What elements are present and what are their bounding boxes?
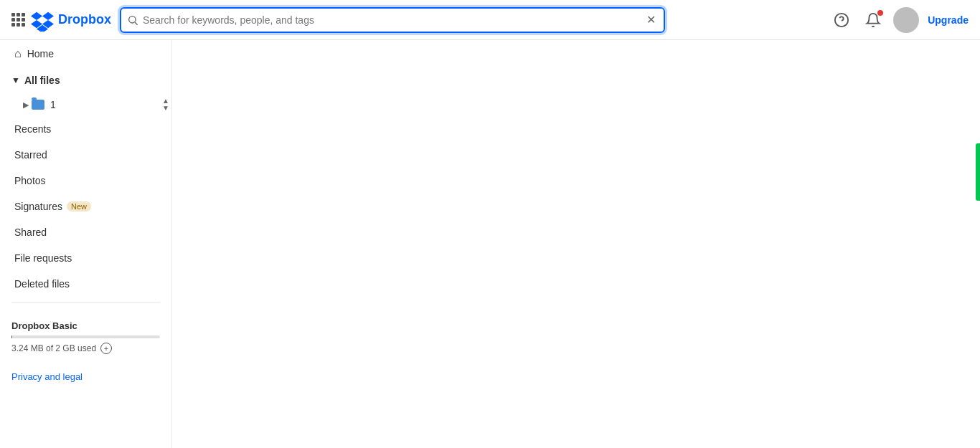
storage-bar — [11, 335, 160, 338]
sidebar-item-photos[interactable]: Photos — [3, 168, 169, 194]
sidebar-all-files-label: All files — [24, 75, 60, 86]
folder-scroll-buttons: ▲ ▼ — [160, 93, 171, 116]
chevron-down-icon: ▼ — [11, 75, 20, 85]
storage-section: Dropbox Basic 3.24 MB of 2 GB used + — [0, 309, 171, 366]
folder-scroll-container: ▶ 1 ▲ ▼ — [0, 93, 171, 116]
sidebar-item-recents[interactable]: Recents — [3, 116, 169, 142]
storage-plan-label: Dropbox Basic — [11, 320, 160, 331]
sidebar-recents-label: Recents — [14, 123, 51, 135]
sidebar: ⌂ Home ▼ All files ▶ 1 ▲ ▼ Recents Starr… — [0, 40, 172, 448]
sidebar-shared-label: Shared — [14, 227, 47, 238]
dropbox-logo-icon — [31, 9, 54, 32]
folder-chevron-icon: ▶ — [23, 100, 29, 110]
privacy-legal-link[interactable]: Privacy and legal — [0, 366, 171, 388]
search-icon — [127, 14, 138, 26]
storage-info: 3.24 MB of 2 GB used + — [11, 343, 160, 354]
navbar-right: Upgrade — [830, 7, 969, 33]
sidebar-item-starred[interactable]: Starred — [3, 142, 169, 168]
folder-scroll-down-button[interactable]: ▼ — [160, 105, 171, 112]
help-icon-button[interactable] — [830, 9, 853, 32]
sidebar-item-shared[interactable]: Shared — [3, 219, 169, 245]
sidebar-signatures-label: Signatures — [14, 201, 62, 212]
dropbox-logo[interactable]: Dropbox — [31, 9, 111, 32]
folder-name-label: 1 — [50, 99, 56, 110]
search-input[interactable] — [143, 14, 644, 26]
sidebar-item-deleted-files[interactable]: Deleted files — [3, 271, 169, 297]
storage-plus-button[interactable]: + — [100, 343, 112, 354]
navbar: Dropbox ✕ — [0, 0, 980, 40]
help-icon — [834, 12, 849, 28]
sidebar-divider — [11, 302, 160, 303]
search-clear-button[interactable]: ✕ — [644, 13, 658, 27]
svg-line-1 — [135, 22, 138, 25]
sidebar-all-files-header[interactable]: ▼ All files — [0, 67, 171, 93]
sidebar-item-file-requests[interactable]: File requests — [3, 245, 169, 271]
navbar-left: Dropbox — [11, 9, 111, 32]
sidebar-folder-item[interactable]: ▶ 1 — [0, 93, 67, 116]
svg-point-0 — [129, 16, 136, 22]
upgrade-button[interactable]: Upgrade — [928, 14, 969, 26]
search-container: ✕ — [120, 7, 665, 33]
notification-dot — [877, 10, 883, 16]
main-content — [172, 40, 980, 448]
sidebar-starred-label: Starred — [14, 149, 47, 161]
right-accent-bar — [976, 143, 980, 201]
search-box: ✕ — [120, 7, 665, 33]
avatar[interactable] — [893, 7, 919, 33]
notifications-icon-button[interactable] — [862, 9, 885, 32]
sidebar-item-home-label: Home — [27, 48, 54, 59]
sidebar-item-home[interactable]: ⌂ Home — [3, 40, 169, 67]
grid-menu-icon[interactable] — [11, 13, 25, 27]
folder-icon — [32, 100, 44, 110]
home-icon: ⌂ — [14, 47, 22, 60]
sidebar-deleted-files-label: Deleted files — [14, 278, 70, 290]
dropbox-logo-text: Dropbox — [58, 12, 111, 27]
storage-used-label: 3.24 MB of 2 GB used — [11, 343, 96, 353]
sidebar-item-signatures[interactable]: Signatures New — [3, 194, 169, 219]
signatures-new-badge: New — [67, 201, 91, 211]
sidebar-photos-label: Photos — [14, 175, 46, 186]
layout: ⌂ Home ▼ All files ▶ 1 ▲ ▼ Recents Starr… — [0, 40, 980, 448]
sidebar-file-requests-label: File requests — [14, 252, 72, 264]
